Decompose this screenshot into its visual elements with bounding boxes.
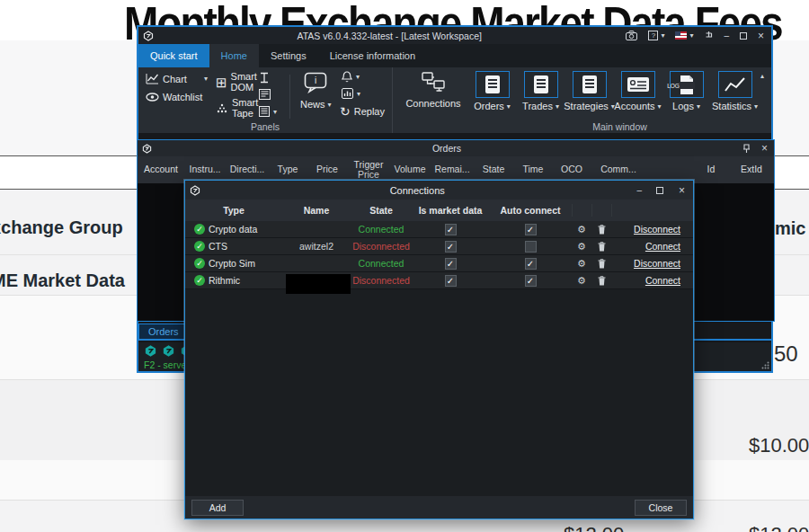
orders-column-header[interactable]: Volume (389, 164, 431, 174)
chart-panel-button[interactable]: ▾ (342, 88, 360, 99)
settings-gear-icon[interactable]: ⚙ (572, 275, 591, 287)
disconnect-link[interactable]: Disconnect (634, 258, 680, 269)
document-list-icon (476, 71, 510, 98)
orders-column-header[interactable]: Remai... (431, 164, 474, 174)
close-dialog-button[interactable]: Close (635, 500, 687, 516)
news-button[interactable]: i News▾ (300, 72, 332, 110)
orders-column-header[interactable]: Time (513, 164, 553, 174)
close-button[interactable]: × (756, 140, 774, 156)
connections-column-header[interactable]: State (351, 205, 412, 216)
resize-grip[interactable] (761, 361, 769, 369)
connect-link[interactable]: Connect (645, 241, 680, 252)
connections-column-headers: Type Name State Is market data Auto conn… (185, 200, 693, 221)
is-market-data-checkbox[interactable]: ✓ (445, 258, 457, 270)
pin-button[interactable] (698, 27, 718, 44)
is-market-data-checkbox[interactable]: ✓ (445, 241, 457, 253)
close-button[interactable]: × (671, 181, 693, 200)
orders-column-header[interactable]: Price (307, 164, 348, 174)
logs-menu-button[interactable]: LOG Logs▾ (662, 71, 710, 111)
orders-column-header[interactable]: Id (693, 164, 729, 174)
notes-panel-button[interactable] (259, 89, 271, 100)
alerts-button[interactable]: ▾ (342, 71, 360, 83)
smart-tape-button[interactable]: Smart Tape (216, 98, 264, 119)
connections-column-header[interactable]: Auto connect (489, 205, 572, 216)
orders-titlebar[interactable]: Orders × (138, 140, 774, 156)
tab-quick-start[interactable]: Quick start (138, 44, 209, 67)
auto-connect-checkbox[interactable]: ✓ (525, 275, 537, 287)
connections-column-header[interactable]: Type (185, 205, 282, 216)
orders-column-header[interactable]: ExtId (729, 164, 774, 174)
screenshot-button[interactable] (620, 27, 643, 44)
strategies-menu-button[interactable]: Strategies▾ (565, 71, 613, 111)
settings-gear-icon[interactable]: ⚙ (572, 241, 591, 253)
chart-icon (146, 73, 159, 84)
orders-column-header[interactable]: OCO (553, 164, 591, 174)
auto-connect-checkbox[interactable]: ✓ (525, 224, 537, 235)
orders-column-header[interactable]: Comm... (591, 164, 646, 174)
orders-column-header[interactable]: State (474, 164, 513, 174)
orders-column-header[interactable]: Trigger Price (348, 160, 389, 180)
connection-row[interactable]: ✓ CTS awitzel2 Disconnected ✓ ⚙ Connect (185, 238, 693, 255)
list-panel-button[interactable]: ▾ (259, 106, 277, 117)
language-selector[interactable]: ▾ (670, 27, 698, 44)
connection-row[interactable]: ✓ Crypto Sim Connected ✓ ✓ ⚙ Disconnect (185, 255, 693, 272)
is-market-data-checkbox[interactable]: ✓ (445, 224, 457, 235)
delete-trash-icon[interactable] (591, 225, 611, 235)
tab-home[interactable]: Home (209, 44, 259, 67)
chart-button[interactable]: Chart ▾ (146, 73, 208, 84)
bar-chart-icon (342, 88, 353, 99)
connect-link[interactable]: Connect (645, 275, 680, 286)
watchlist-button[interactable]: Watchlist (146, 92, 202, 102)
collapse-ribbon-icon[interactable]: ▴ (760, 72, 764, 80)
orders-column-header[interactable]: Instru... (184, 164, 226, 174)
statistics-menu-button[interactable]: Statistics▾ (711, 71, 759, 111)
chevron-down-icon: ▾ (273, 108, 277, 116)
minimize-button[interactable]: – (718, 27, 734, 44)
chevron-down-icon: ▾ (754, 102, 758, 111)
smart-dom-button[interactable]: ⊞ Smart DOM (216, 72, 263, 93)
disconnect-link[interactable]: Disconnect (634, 224, 680, 235)
settings-gear-icon[interactable]: ⚙ (572, 258, 591, 270)
replay-button[interactable]: ↻ Replay (340, 105, 385, 118)
connections-column-header[interactable]: Name (282, 205, 351, 216)
ruler-panel-button[interactable] (259, 72, 270, 84)
orders-column-header[interactable]: Account (138, 164, 184, 174)
orders-column-header[interactable]: Directi... (226, 164, 269, 174)
is-market-data-checkbox[interactable]: ✓ (445, 275, 457, 287)
delete-trash-icon[interactable] (591, 276, 611, 286)
news-bubble-icon: i (304, 72, 327, 93)
connection-ok-icon: ✓ (194, 224, 205, 235)
connection-row[interactable]: ✓ Rithmic Disconnected ✓ ✓ ⚙ Connect (185, 272, 693, 289)
close-button[interactable]: × (752, 27, 771, 44)
exchange-group-label: xchange Group (0, 217, 123, 238)
settings-gear-icon[interactable]: ⚙ (572, 224, 591, 235)
add-button[interactable]: Add (191, 500, 244, 516)
connection-row[interactable]: ✓ Crypto data Connected ✓ ✓ ⚙ Disconnect (185, 221, 693, 238)
connections-titlebar[interactable]: Connections – × (185, 181, 693, 200)
auto-connect-checkbox[interactable]: ✓ (525, 258, 537, 270)
market-data-label: ME Market Data (0, 270, 125, 291)
delete-trash-icon[interactable] (591, 242, 611, 252)
connection-name: awitzel2 (282, 241, 351, 252)
maximize-button[interactable] (734, 27, 752, 44)
minimize-button[interactable]: – (629, 181, 649, 200)
tab-settings[interactable]: Settings (259, 44, 318, 67)
chevron-down-icon: ▾ (556, 102, 559, 111)
chevron-down-icon: ▾ (658, 102, 662, 111)
maximize-button[interactable] (649, 181, 671, 200)
accounts-menu-button[interactable]: Accounts▾ (614, 71, 662, 111)
connections-column-header[interactable]: Is market data (412, 205, 489, 216)
help-button[interactable]: ? ▾ (643, 27, 670, 44)
auto-connect-checkbox[interactable] (525, 241, 537, 253)
delete-trash-icon[interactable] (591, 259, 611, 269)
orders-column-header[interactable]: Type (269, 164, 307, 174)
pin-button[interactable] (737, 140, 756, 156)
panel-tab-orders[interactable]: Orders (138, 324, 189, 339)
provider-label-partial: mic (775, 218, 805, 239)
price-value: $12.00 (749, 523, 809, 532)
trades-menu-button[interactable]: Trades▾ (517, 71, 565, 111)
main-titlebar[interactable]: ATAS v6.0.4.332-latest - [Latest Workspa… (138, 27, 771, 44)
tab-license-information[interactable]: License information (318, 44, 427, 67)
orders-menu-button[interactable]: Orders▾ (468, 71, 516, 111)
connections-button[interactable]: Connections (405, 72, 461, 109)
